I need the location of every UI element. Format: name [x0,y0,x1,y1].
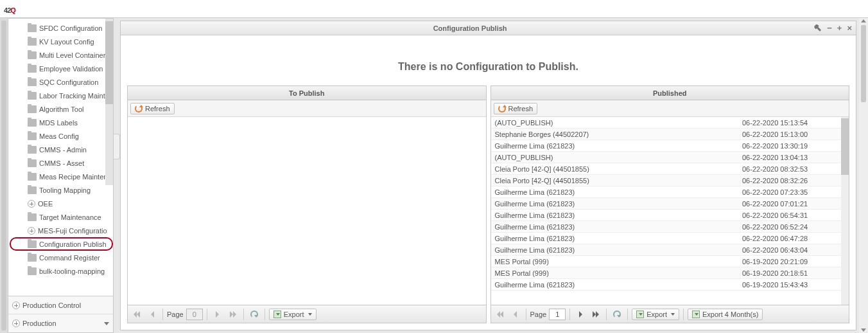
prev-page-button[interactable] [509,308,522,321]
cell-timestamp: 06-22-2020 13:30:19 [742,142,845,150]
close-button[interactable]: × [847,24,852,32]
cell-user: Guilherme Lima (621823) [495,246,743,254]
prev-page-button[interactable] [146,308,159,321]
table-row[interactable]: Guilherme Lima (621823)06-22-2020 07:01:… [491,198,849,210]
export-icon [636,310,644,318]
nav-item-configuration-publish[interactable]: Configuration Publish [10,237,113,251]
refresh-button[interactable]: Refresh [130,103,175,114]
grid-scrollbar[interactable] [841,117,849,305]
nav-item-algorithm-tool[interactable]: Algorithm Tool [10,102,113,116]
folder-icon [28,24,37,32]
page-label: Page [167,310,184,318]
first-page-button[interactable] [130,308,143,321]
table-row[interactable]: Stephanie Borges (44502207)06-22-2020 15… [491,129,849,140]
main-panel: Configuration Publish − + × There is no … [120,21,856,330]
export-button[interactable]: Export [269,309,317,320]
folder-icon [28,119,37,127]
table-row[interactable]: (AUTO_PUBLISH)06-22-2020 15:13:54 [491,117,849,129]
nav-item-mes-fuji-configuratio[interactable]: MES-Fuji Configuratio [10,224,113,237]
nav-item-label: Tooling Mapping [39,186,91,194]
table-row[interactable]: Cleia Porto [42-Q] (44501855)06-22-2020 … [491,175,849,186]
nav-item-target-maintenance[interactable]: Target Maintenance [10,210,113,224]
refresh-button[interactable]: Refresh [494,103,538,114]
cell-user: Guilherme Lima (621823) [495,142,743,150]
nav-tree: SFDC ConfigurationKV Layout ConfigMulti … [8,19,113,296]
export-4-months-button[interactable]: Export 4 Month(s) [688,309,763,320]
table-row[interactable]: Guilherme Lima (621823)06-22-2020 06:52:… [491,221,849,233]
folder-icon [28,65,37,73]
nav-item-employee-validation-c[interactable]: Employee Validation C [10,62,113,75]
nav-item-cmms-asset[interactable]: CMMS - Asset [10,156,113,170]
table-row[interactable]: (AUTO_PUBLISH)06-22-2020 13:04:13 [491,152,849,163]
cell-user: Stephanie Borges (44502207) [495,130,743,138]
nav-item-cmms-admin[interactable]: CMMS - Admin [10,143,113,156]
minimize-button[interactable]: − [827,24,832,32]
last-page-button[interactable] [589,308,602,321]
cell-timestamp: 06-19-2020 15:43:43 [742,281,845,289]
cell-timestamp: 06-22-2020 13:04:13 [742,154,845,161]
nav-item-label: Employee Validation C [39,65,110,73]
cell-user: Guilherme Lima (621823) [495,235,743,242]
nav-item-label: Meas Recipe Maintena [39,173,112,181]
table-row[interactable]: MES Portal (999)06-19-2020 20:21:09 [491,256,849,267]
table-row[interactable]: Cleia Porto [42-Q] (44501855)06-22-2020 … [491,163,849,175]
reload-button[interactable] [611,308,623,321]
folder-icon [28,254,37,262]
panel-title: Configuration Publish [125,24,815,32]
nav-item-label: Command Register [39,254,100,262]
export-icon [692,310,700,318]
table-row[interactable]: Guilherme Lima (621823)06-19-2020 15:43:… [491,279,849,291]
wrench-icon[interactable] [814,23,823,32]
nav-item-command-register[interactable]: Command Register [10,251,113,264]
table-row[interactable]: Guilherme Lima (621823)06-22-2020 06:43:… [491,244,849,256]
nav-item-sqc-configuration[interactable]: SQC Configuration [10,75,113,89]
folder-icon [28,267,37,275]
nav-item-label: CMMS - Admin [39,146,87,154]
nav-item-multi-level-container[interactable]: Multi Level Container [10,48,113,62]
caret-down-icon [104,322,109,325]
nav-item-tooling-mapping[interactable]: Tooling Mapping [10,183,113,197]
table-row[interactable]: Guilherme Lima (621823)06-22-2020 07:23:… [491,186,849,198]
cell-user: Guilherme Lima (621823) [495,200,743,208]
sidebar-footer-production[interactable]: Production [8,314,113,332]
page-input[interactable] [549,309,566,320]
first-page-button[interactable] [494,308,507,321]
nav-item-kv-layout-config[interactable]: KV Layout Config [10,35,113,48]
nav-item-bulk-tooling-mapping[interactable]: bulk-tooling-mapping [10,264,113,278]
grid-body [128,117,486,305]
outer-left-scrollbar[interactable] [0,18,8,333]
cell-timestamp: 06-22-2020 06:54:31 [742,212,845,219]
cell-user: Cleia Porto [42-Q] (44501855) [495,165,743,173]
export-button[interactable]: Export [632,309,679,320]
sidebar-collapse-handle[interactable] [114,18,120,333]
reload-button[interactable] [248,308,261,321]
cell-user: (AUTO_PUBLISH) [495,119,743,127]
cell-user: (AUTO_PUBLISH) [495,154,743,161]
folder-icon [28,132,37,140]
nav-item-oee[interactable]: OEE [10,197,113,210]
cell-timestamp: 06-22-2020 08:32:53 [742,165,845,173]
next-page-button[interactable] [211,308,224,321]
nav-item-label: Multi Level Container [39,51,105,59]
page-input[interactable] [186,309,203,320]
nav-item-meas-config[interactable]: Meas Config [10,129,113,143]
last-page-button[interactable] [227,308,239,321]
folder-icon [28,38,37,46]
sidebar-footer-production-control[interactable]: Production Control [8,296,113,314]
nav-item-labor-tracking-mainte[interactable]: Labor Tracking Mainte [10,89,113,102]
table-row[interactable]: Guilherme Lima (621823)06-22-2020 06:47:… [491,233,849,244]
nav-item-label: Labor Tracking Mainte [39,92,109,100]
nav-item-mds-labels[interactable]: MDS Labels [10,116,113,129]
nav-item-label: SFDC Configuration [39,24,102,32]
nav-item-sfdc-configuration[interactable]: SFDC Configuration [10,21,113,35]
maximize-button[interactable]: + [837,24,842,32]
grid-toolbar: Refresh [491,100,849,117]
nav-item-meas-recipe-maintena[interactable]: Meas Recipe Maintena [10,170,113,183]
outer-right-scrollbar[interactable] [859,18,868,333]
table-row[interactable]: MES Portal (999)06-19-2020 20:18:51 [491,267,849,279]
table-row[interactable]: Guilherme Lima (621823)06-22-2020 13:30:… [491,140,849,152]
table-row[interactable]: Guilherme Lima (621823)06-22-2020 06:54:… [491,210,849,221]
nav-item-label: Configuration Publish [39,240,107,248]
next-page-button[interactable] [574,308,587,321]
tree-scrollbar[interactable] [105,19,113,185]
